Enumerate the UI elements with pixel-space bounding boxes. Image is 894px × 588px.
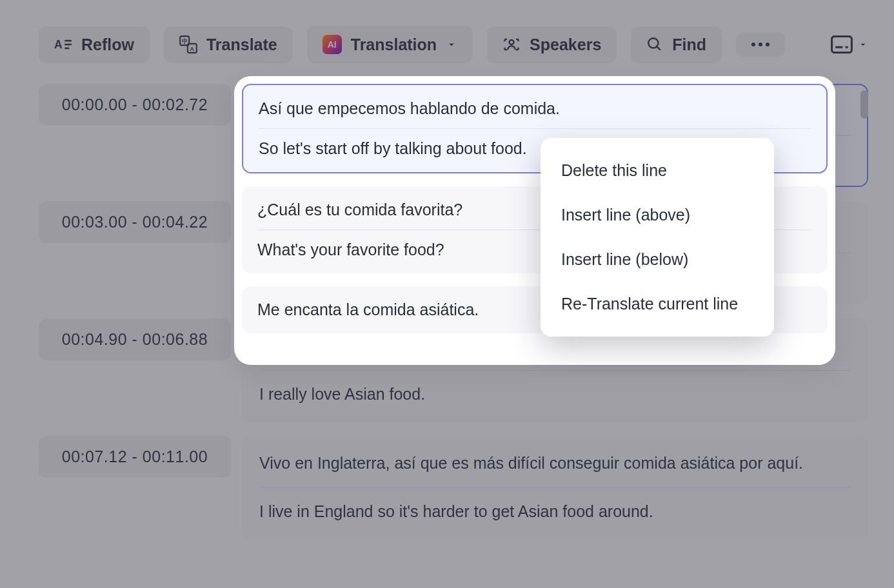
caret-down-icon — [446, 39, 457, 50]
menu-delete-line[interactable]: Delete this line — [541, 148, 774, 193]
translate-button[interactable]: 中 A Translate — [164, 26, 293, 63]
editor-page: A Reflow 中 A Translate AI Translation Sp… — [0, 0, 894, 588]
primary-text[interactable]: Así que empecemos hablando de comida. — [259, 99, 811, 129]
svg-point-11 — [751, 43, 755, 46]
view-toggle[interactable] — [831, 35, 868, 54]
ai-badge-icon: AI — [323, 35, 342, 54]
translation-label: Translation — [351, 35, 437, 54]
find-button[interactable]: Find — [631, 26, 722, 63]
svg-text:A: A — [54, 38, 63, 51]
reflow-icon: A — [54, 35, 72, 54]
ellipsis-icon — [750, 41, 771, 48]
speakers-label: Speakers — [530, 35, 601, 54]
menu-insert-below[interactable]: Insert line (below) — [541, 237, 774, 282]
secondary-text[interactable]: I live in England so it's harder to get … — [259, 488, 850, 524]
secondary-text[interactable]: I really love Asian food. — [259, 371, 850, 407]
caption-box-icon — [831, 35, 853, 54]
reflow-label: Reflow — [81, 35, 134, 54]
reflow-button[interactable]: A Reflow — [39, 26, 150, 63]
speakers-icon — [502, 35, 521, 54]
line-content[interactable]: Vivo en Inglaterra, así que es más difíc… — [241, 436, 868, 539]
translation-dropdown[interactable]: AI Translation — [307, 26, 473, 63]
search-icon — [646, 36, 663, 53]
timestamp[interactable]: 00:03.00 - 00:04.22 — [39, 201, 231, 243]
toolbar: A Reflow 中 A Translate AI Translation Sp… — [39, 26, 868, 63]
menu-insert-above[interactable]: Insert line (above) — [541, 193, 774, 237]
menu-retranslate[interactable]: Re-Translate current line — [541, 282, 774, 326]
svg-point-13 — [766, 43, 770, 46]
svg-point-8 — [510, 40, 514, 44]
svg-line-10 — [657, 46, 661, 50]
scrollbar-thumb[interactable] — [860, 90, 868, 119]
find-label: Find — [672, 35, 706, 54]
more-button[interactable] — [736, 32, 785, 57]
transcript-row[interactable]: 00:07.12 - 00:11.00 Vivo en Inglaterra, … — [39, 436, 868, 539]
translate-icon: 中 A — [179, 35, 197, 54]
svg-text:中: 中 — [182, 38, 188, 44]
primary-text[interactable]: Vivo en Inglaterra, así que es más difíc… — [259, 451, 850, 488]
svg-point-9 — [649, 38, 659, 48]
context-menu: Delete this line Insert line (above) Ins… — [541, 138, 774, 337]
caret-down-icon — [858, 39, 868, 50]
speakers-button[interactable]: Speakers — [487, 26, 617, 63]
timestamp[interactable]: 00:07.12 - 00:11.00 — [39, 436, 231, 478]
svg-text:A: A — [190, 46, 194, 52]
svg-rect-14 — [832, 36, 852, 52]
timestamp[interactable]: 00:00.00 - 00:02.72 — [39, 84, 231, 126]
timestamp[interactable]: 00:04.90 - 00:06.88 — [39, 318, 231, 360]
svg-point-12 — [759, 43, 762, 46]
translate-label: Translate — [206, 35, 277, 54]
